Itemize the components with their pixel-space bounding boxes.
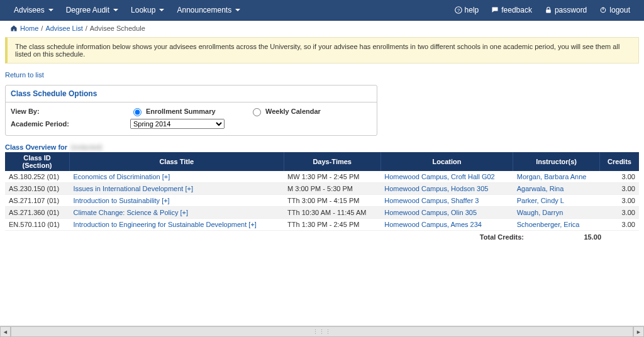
instructor-link[interactable]: Agarwala, Rina xyxy=(517,185,564,192)
location-link[interactable]: Homewood Campus, Croft Hall G02 xyxy=(384,173,494,180)
page-content: Home / Advisee List / Advisee Schedule T… xyxy=(5,21,639,243)
table-header-row: Class ID (Section) Class Title Days-Time… xyxy=(5,152,639,171)
cell-class-title: Introduction to Engineering for Sustaina… xyxy=(70,219,284,231)
cell-location: Homewood Campus, Olin 305 xyxy=(380,207,513,219)
breadcrumb: Home / Advisee List / Advisee Schedule xyxy=(5,21,639,35)
nav-degree-audit[interactable]: Degree Audit xyxy=(60,1,125,19)
chevron-down-icon xyxy=(113,9,118,11)
cell-class-id: EN.570.110 (01) xyxy=(5,219,70,231)
instructor-link[interactable]: Waugh, Darryn xyxy=(517,209,564,216)
location-link[interactable]: Homewood Campus, Ames 234 xyxy=(384,221,482,228)
panel-body: View By: Enrollment Summary Weekly Calen… xyxy=(6,102,377,135)
cell-credits: 3.00 xyxy=(600,195,640,207)
svg-rect-2 xyxy=(546,9,551,13)
horizontal-scrollbar[interactable]: ◄ ⋮⋮⋮ ► xyxy=(0,326,644,337)
cell-location: Homewood Campus, Croft Hall G02 xyxy=(380,171,513,183)
breadcrumb-home[interactable]: Home xyxy=(20,25,38,32)
class-title-link[interactable]: Climate Change: Science & Policy [+] xyxy=(74,209,189,216)
radio-enrollment-label: Enrollment Summary xyxy=(146,108,216,115)
location-link[interactable]: Homewood Campus, Shaffer 3 xyxy=(384,197,479,204)
total-credits-value: 15.00 xyxy=(551,233,601,241)
table-row: AS.271.107 (01)Introduction to Sustainab… xyxy=(5,195,639,207)
logout-label: logout xyxy=(609,6,630,14)
overview-label: Class Overview for xyxy=(5,143,67,151)
total-credits-row: Total Credits: 15.00 xyxy=(5,231,639,243)
academic-period-select[interactable]: Spring 2014 xyxy=(130,119,225,129)
breadcrumb-sep: / xyxy=(86,25,87,32)
panel-title: Class Schedule Options xyxy=(6,86,377,102)
scroll-right-arrow[interactable]: ► xyxy=(633,326,644,337)
help-label: help xyxy=(465,6,479,14)
radio-weekly-calendar[interactable]: Weekly Calendar xyxy=(250,106,321,116)
feedback-link[interactable]: feedback xyxy=(485,1,538,19)
col-credits: Credits xyxy=(600,152,640,171)
breadcrumb-sep: / xyxy=(41,25,43,32)
cell-location: Homewood Campus, Shaffer 3 xyxy=(380,195,513,207)
password-link[interactable]: password xyxy=(538,1,593,19)
breadcrumb-advisee-list[interactable]: Advisee List xyxy=(45,25,82,32)
info-alert: The class schedule information below sho… xyxy=(5,37,639,64)
cell-days-times: TTh 10:30 AM - 11:45 AM xyxy=(284,207,380,219)
scroll-thumb[interactable]: ⋮⋮⋮ xyxy=(11,326,633,337)
chevron-down-icon xyxy=(235,9,240,11)
col-location: Location xyxy=(380,152,513,171)
schedule-options-panel: Class Schedule Options View By: Enrollme… xyxy=(5,85,377,136)
nav-label: Degree Audit xyxy=(66,6,109,14)
location-link[interactable]: Homewood Campus, Hodson 305 xyxy=(384,185,488,192)
academic-period-row: Academic Period: Spring 2014 xyxy=(11,119,372,129)
help-link[interactable]: ?help xyxy=(448,1,486,19)
academic-period-label: Academic Period: xyxy=(11,120,130,128)
radio-weekly-input[interactable] xyxy=(253,108,261,116)
col-class-title: Class Title xyxy=(70,152,284,171)
nav-lookup[interactable]: Lookup xyxy=(125,1,170,19)
advisee-name-redacted: [redacted] xyxy=(71,143,102,151)
scroll-left-arrow[interactable]: ◄ xyxy=(0,326,11,337)
nav-left-group: Advisees Degree Audit Lookup Announcemen… xyxy=(8,1,247,19)
table-row: EN.570.110 (01)Introduction to Engineeri… xyxy=(5,219,639,231)
return-to-list-link[interactable]: Return to list xyxy=(5,69,639,81)
nav-label: Advisees xyxy=(14,6,45,14)
instructor-link[interactable]: Morgan, Barbara Anne xyxy=(517,173,587,180)
instructor-link[interactable]: Schoenberger, Erica xyxy=(517,221,580,228)
nav-announcements[interactable]: Announcements xyxy=(170,1,247,19)
view-by-label: View By: xyxy=(11,108,130,115)
class-title-link[interactable]: Economics of Discrimination [+] xyxy=(74,173,170,180)
view-by-row: View By: Enrollment Summary Weekly Calen… xyxy=(11,106,372,116)
home-icon[interactable] xyxy=(10,25,18,32)
cell-credits: 3.00 xyxy=(600,219,640,231)
cell-credits: 3.00 xyxy=(600,171,640,183)
chevron-down-icon xyxy=(48,9,53,11)
radio-weekly-label: Weekly Calendar xyxy=(265,108,321,115)
nav-right-group: ?help feedback password logout xyxy=(448,1,636,19)
svg-text:?: ? xyxy=(457,8,459,13)
cell-instructor: Parker, Cindy L xyxy=(513,195,600,207)
top-navbar: Advisees Degree Audit Lookup Announcemen… xyxy=(0,0,644,21)
cell-class-title: Climate Change: Science & Policy [+] xyxy=(70,207,284,219)
cell-instructor: Morgan, Barbara Anne xyxy=(513,171,600,183)
scroll-track[interactable]: ⋮⋮⋮ xyxy=(11,326,633,337)
nav-label: Lookup xyxy=(131,6,155,14)
class-title-link[interactable]: Introduction to Engineering for Sustaina… xyxy=(74,221,257,228)
radio-enrollment-summary[interactable]: Enrollment Summary xyxy=(130,106,250,116)
cell-class-id: AS.271.360 (01) xyxy=(5,207,70,219)
logout-link[interactable]: logout xyxy=(593,1,636,19)
table-row: AS.271.360 (01)Climate Change: Science &… xyxy=(5,207,639,219)
class-title-link[interactable]: Introduction to Sustainability [+] xyxy=(74,197,170,204)
chevron-down-icon xyxy=(159,9,164,11)
location-link[interactable]: Homewood Campus, Olin 305 xyxy=(384,209,477,216)
cell-class-id: AS.230.150 (01) xyxy=(5,183,70,195)
cell-instructor: Waugh, Darryn xyxy=(513,207,600,219)
class-overview-heading: Class Overview for [redacted] xyxy=(5,143,639,151)
feedback-label: feedback xyxy=(501,6,532,14)
cell-credits: 3.00 xyxy=(600,207,640,219)
nav-advisees[interactable]: Advisees xyxy=(8,1,60,19)
lock-icon xyxy=(545,6,552,14)
power-icon xyxy=(599,6,607,14)
cell-class-id: AS.180.252 (01) xyxy=(5,171,70,183)
cell-instructor: Schoenberger, Erica xyxy=(513,219,600,231)
radio-enrollment-input[interactable] xyxy=(133,108,142,116)
comment-icon xyxy=(491,6,499,14)
class-title-link[interactable]: Issues in International Development [+] xyxy=(74,185,193,192)
nav-label: Announcements xyxy=(177,6,231,14)
instructor-link[interactable]: Parker, Cindy L xyxy=(517,197,564,204)
